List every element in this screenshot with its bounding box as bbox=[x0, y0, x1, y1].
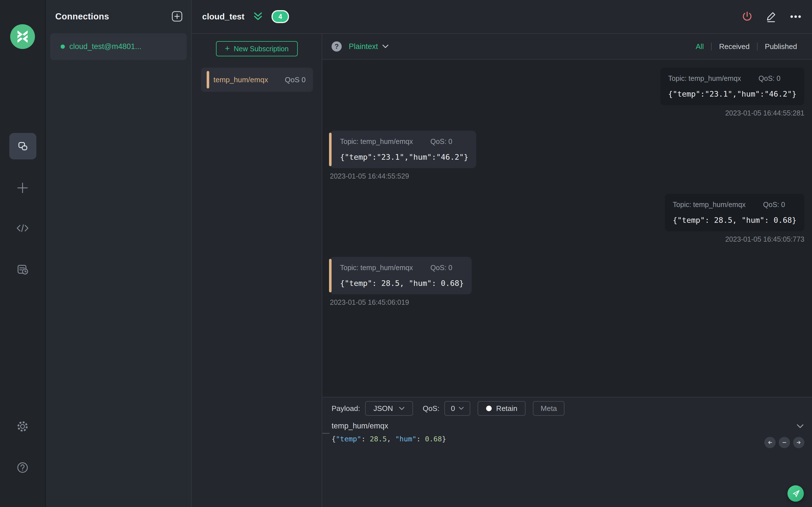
connections-title: Connections bbox=[55, 11, 109, 22]
more-icon[interactable] bbox=[790, 10, 802, 23]
message-payload: {"temp": 28.5, "hum": 0.68} bbox=[673, 216, 797, 224]
connections-panel: Connections cloud_test@m4801... bbox=[46, 0, 192, 507]
connection-name: cloud_test bbox=[202, 12, 245, 21]
gear-icon bbox=[16, 420, 29, 433]
help-circle-icon bbox=[16, 461, 29, 474]
message-group: Topic: temp_hum/emqx QoS: 0 {"temp": 28.… bbox=[330, 257, 472, 306]
message-topic: Topic: temp_hum/emqx bbox=[668, 74, 741, 82]
message-payload: {"temp": 28.5, "hum": 0.68} bbox=[340, 279, 464, 288]
plus-icon bbox=[16, 181, 29, 194]
message-bubble: Topic: temp_hum/emqx QoS: 0 {"temp": 28.… bbox=[330, 257, 472, 294]
payload-label: Payload: bbox=[332, 404, 360, 413]
filter-published[interactable]: Published bbox=[758, 42, 804, 51]
message-bubble: Topic: temp_hum/emqx QoS: 0 {"temp":"23.… bbox=[330, 131, 476, 168]
message-bubble: Topic: temp_hum/emqx QoS: 0 {"temp":"23.… bbox=[660, 68, 804, 105]
qos-value: 0 bbox=[451, 404, 455, 413]
filter-received[interactable]: Received bbox=[712, 42, 757, 51]
message-list: Topic: temp_hum/emqx QoS: 0 {"temp":"23.… bbox=[322, 60, 812, 397]
next-message-button[interactable] bbox=[793, 437, 804, 448]
new-subscription-button[interactable]: + New Subscription bbox=[216, 41, 298, 56]
plus-icon: + bbox=[225, 44, 230, 53]
token-number: 28.5 bbox=[370, 435, 387, 443]
subscription-item[interactable]: temp_hum/emqx QoS 0 bbox=[201, 68, 313, 92]
message-timestamp: 2023-01-05 16:44:55:281 bbox=[725, 109, 804, 117]
token-key: "hum" bbox=[395, 435, 416, 443]
sidebar-item-log[interactable] bbox=[16, 263, 29, 276]
qos-label: QoS: bbox=[423, 404, 439, 413]
edit-icon[interactable] bbox=[765, 10, 777, 23]
add-connection-button[interactable] bbox=[171, 10, 183, 23]
retain-toggle[interactable]: Retain bbox=[477, 401, 525, 416]
token-punct: : bbox=[361, 435, 370, 443]
message-group: Topic: temp_hum/emqx QoS: 0 {"temp":"23.… bbox=[330, 131, 476, 180]
payload-editor[interactable]: {"temp": 28.5, "hum": 0.68} bbox=[332, 435, 812, 443]
publish-toolbar: Payload: JSON QoS: 0 Retain bbox=[332, 401, 812, 416]
filter-all[interactable]: All bbox=[688, 42, 711, 51]
square-plus-icon bbox=[171, 10, 183, 23]
code-icon bbox=[16, 222, 29, 235]
publish-panel: Payload: JSON QoS: 0 Retain bbox=[322, 397, 812, 507]
subscriptions-panel: + New Subscription temp_hum/emqx QoS 0 bbox=[192, 34, 322, 507]
meta-button[interactable]: Meta bbox=[533, 401, 564, 416]
message-qos: QoS: 0 bbox=[758, 74, 780, 82]
format-select[interactable]: Plaintext bbox=[349, 42, 378, 51]
subscription-topic: temp_hum/emqx bbox=[213, 75, 268, 84]
prev-message-button[interactable] bbox=[764, 437, 776, 448]
token-punct: { bbox=[332, 435, 336, 443]
collapse-history-button[interactable] bbox=[779, 437, 790, 448]
sidebar-item-new-connection[interactable] bbox=[16, 182, 29, 194]
connection-status-dot bbox=[61, 45, 65, 49]
meta-label: Meta bbox=[541, 404, 557, 413]
connection-item[interactable]: cloud_test@m4801... bbox=[50, 33, 187, 60]
token-punct: , bbox=[387, 435, 395, 443]
message-timestamp: 2023-01-05 16:45:05:773 bbox=[725, 235, 804, 243]
connections-icon bbox=[16, 140, 29, 153]
main-area: cloud_test 4 bbox=[192, 0, 812, 507]
message-qos: QoS: 0 bbox=[430, 137, 452, 146]
icon-sidebar bbox=[0, 0, 46, 507]
message-timestamp: 2023-01-05 16:45:06:019 bbox=[330, 298, 409, 306]
log-icon bbox=[16, 263, 29, 276]
send-icon bbox=[791, 489, 801, 499]
topic-input[interactable]: temp_hum/emqx bbox=[332, 421, 388, 431]
message-topic: Topic: temp_hum/emqx bbox=[673, 201, 746, 209]
message-bubble: Topic: temp_hum/emqx QoS: 0 {"temp": 28.… bbox=[665, 194, 804, 231]
message-payload: {"temp":"23.1","hum":"46.2"} bbox=[668, 90, 797, 98]
token-key: "temp" bbox=[336, 435, 361, 443]
sidebar-item-script[interactable] bbox=[16, 222, 29, 234]
chevron-down-icon bbox=[458, 406, 464, 410]
token-punct: } bbox=[442, 435, 446, 443]
chevron-down-icon[interactable] bbox=[382, 44, 389, 49]
message-group: Topic: temp_hum/emqx QoS: 0 {"temp":"23.… bbox=[660, 68, 804, 117]
subscription-accent-bar bbox=[207, 71, 209, 89]
retain-label: Retain bbox=[496, 404, 517, 413]
mqttx-logo-icon bbox=[10, 24, 35, 49]
message-payload: {"temp":"23.1","hum":"46.2"} bbox=[340, 153, 468, 161]
payload-format-select[interactable]: JSON bbox=[365, 401, 413, 416]
received-accent-bar bbox=[329, 133, 332, 166]
collapse-chevrons-icon[interactable] bbox=[252, 12, 264, 21]
new-subscription-label: New Subscription bbox=[234, 45, 289, 53]
subscription-qos: QoS 0 bbox=[285, 75, 306, 84]
sidebar-item-help[interactable] bbox=[16, 461, 29, 474]
message-filters: All Received Published bbox=[688, 42, 804, 51]
sidebar-item-settings[interactable] bbox=[16, 420, 29, 433]
received-accent-bar bbox=[329, 259, 332, 292]
connection-topbar: cloud_test 4 bbox=[192, 0, 812, 34]
token-number: 0.68 bbox=[425, 435, 442, 443]
message-timestamp: 2023-01-05 16:44:55:529 bbox=[330, 172, 409, 180]
send-button[interactable] bbox=[788, 485, 804, 502]
message-count-badge: 4 bbox=[271, 10, 289, 23]
sidebar-item-connections[interactable] bbox=[9, 133, 36, 159]
collapse-editor-icon[interactable] bbox=[796, 424, 804, 429]
message-topic: Topic: temp_hum/emqx bbox=[340, 264, 413, 272]
payload-format-value: JSON bbox=[373, 404, 393, 413]
payload-help-icon[interactable]: ? bbox=[332, 41, 342, 52]
qos-select[interactable]: 0 bbox=[444, 401, 470, 416]
message-header: ? Plaintext All Received Published bbox=[322, 34, 812, 60]
editor-gutter-dash bbox=[322, 433, 329, 434]
chevron-down-icon bbox=[399, 406, 405, 411]
history-nav bbox=[764, 437, 804, 448]
token-punct: : bbox=[416, 435, 425, 443]
disconnect-icon[interactable] bbox=[741, 10, 753, 23]
